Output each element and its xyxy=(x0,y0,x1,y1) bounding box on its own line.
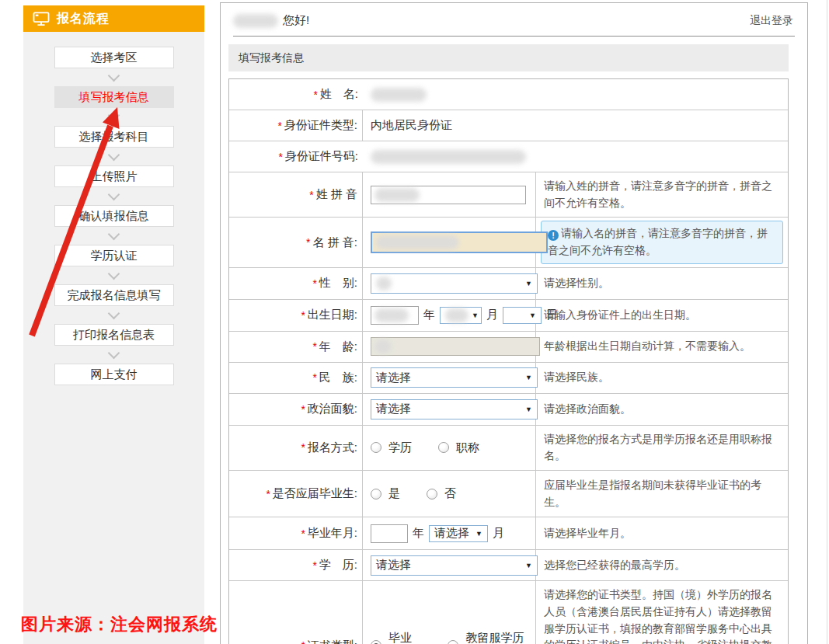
greeting-text: 您好! xyxy=(283,13,309,28)
chevron-down-icon xyxy=(110,108,118,126)
greeting: 您好! xyxy=(233,13,309,28)
radio-option[interactable]: 学历 xyxy=(371,440,412,455)
select-value: 请选择 xyxy=(376,371,411,385)
select-dropdown[interactable]: 请选择▼ xyxy=(371,555,538,576)
month-unit-label: 月 xyxy=(486,308,498,322)
section-header: 填写报考信息 xyxy=(228,44,789,71)
sidebar-step-2[interactable]: 填写报考信息 xyxy=(54,86,174,108)
info-box: !请输入名的拼音，请注意多音字的拼音，拼音之间不允许有空格。 xyxy=(541,221,783,263)
main-panel: 您好! 退出登录 填写报考信息 *姓 名:*身份证件类型:内地居民身份证*身份证… xyxy=(220,2,808,644)
sidebar-step-1[interactable]: 选择考区 xyxy=(54,47,174,68)
radio-button-icon[interactable] xyxy=(371,442,381,453)
radio-button-icon[interactable] xyxy=(438,442,449,453)
select-value: 请选择 xyxy=(376,558,411,573)
field-label: *毕业年月: xyxy=(229,517,363,549)
radio-option[interactable]: 是 xyxy=(371,486,400,501)
field-label: *民 族: xyxy=(229,363,363,393)
select-dropdown[interactable]: ▼ xyxy=(371,273,538,294)
field-label: *姓 名: xyxy=(229,79,363,110)
sidebar-step-8[interactable]: 打印报名信息表 xyxy=(54,324,174,346)
form-row: *身份证件类型:内地居民身份证 xyxy=(229,110,788,141)
field-hint: 请选择政治面貌。 xyxy=(536,394,788,425)
form-row: *身份证件号码: xyxy=(229,141,788,172)
field-label: *身份证件号码: xyxy=(229,141,363,172)
form-row: *民 族:请选择▼请选择民族。 xyxy=(229,363,788,394)
sidebar-step-4[interactable]: 上传照片 xyxy=(54,165,174,187)
sidebar-steps: 选择考区填写报考信息选择报考科目上传照片确认填报信息学历认证完成报名信息填写打印… xyxy=(23,32,204,385)
field-label: *是否应届毕业生: xyxy=(229,471,363,517)
radio-option[interactable]: 教留服学历认证书 xyxy=(448,631,535,644)
redacted-value xyxy=(374,188,420,202)
field-label: *名 拼 音: xyxy=(229,218,363,266)
select-dropdown[interactable]: 请选择▼ xyxy=(429,525,488,542)
radio-button-icon[interactable] xyxy=(371,489,381,500)
required-mark: * xyxy=(301,309,305,322)
dropdown-arrow-icon: ▼ xyxy=(522,280,532,287)
radio-label: 职称 xyxy=(456,440,479,455)
field-hint: 请输入姓的拼音，请注意多音字的拼音，拼音之间不允许有空格。 xyxy=(536,172,788,217)
required-mark: * xyxy=(313,89,317,101)
field-cell: 请选择▼ xyxy=(363,363,536,393)
form-row: *名 拼 音:!请输入名的拼音，请注意多音字的拼音，拼音之间不允许有空格。 xyxy=(229,218,788,267)
dropdown-arrow-icon: ▼ xyxy=(522,374,532,381)
radio-label: 是 xyxy=(388,486,400,501)
sidebar-step-5[interactable]: 确认填报信息 xyxy=(54,205,174,227)
text-input[interactable] xyxy=(371,524,408,543)
radio-button-icon[interactable] xyxy=(371,640,381,644)
field-cell xyxy=(363,332,536,362)
field-cell: 年▼月▼日 xyxy=(363,300,536,331)
select-dropdown[interactable]: 请选择▼ xyxy=(371,399,538,419)
sidebar-step-7[interactable]: 完成报名信息填写 xyxy=(54,284,174,306)
select-dropdown[interactable]: ▼ xyxy=(440,307,482,324)
field-cell: 请选择▼ xyxy=(363,394,536,425)
field-cell: 是否 xyxy=(363,471,536,517)
logout-link[interactable]: 退出登录 xyxy=(750,14,793,28)
field-hint: 请选择性别。 xyxy=(536,268,788,299)
text-input[interactable] xyxy=(371,231,548,253)
form-row: *是否应届毕业生:是否应届毕业生是指报名期间未获得毕业证书的考生。 xyxy=(229,471,788,517)
chevron-down-icon xyxy=(110,187,118,205)
radio-button-icon[interactable] xyxy=(448,640,458,644)
field-hint: 请选择毕业年月。 xyxy=(536,517,788,549)
sidebar-step-3[interactable]: 选择报考科目 xyxy=(54,126,174,148)
year-unit-label: 年 xyxy=(423,308,435,322)
redacted-username xyxy=(233,14,278,28)
chevron-down-icon xyxy=(110,227,118,245)
required-mark: * xyxy=(312,559,316,572)
field-label: *身份证件类型: xyxy=(229,110,363,141)
text-input[interactable] xyxy=(371,337,540,356)
form-row: *政治面貌:请选择▼请选择政治面貌。 xyxy=(229,394,788,426)
form-row: *报名方式:学历职称请选择您的报名方式是用学历报名还是用职称报名。 xyxy=(229,426,788,471)
field-hint: 请选择您的证书类型。持国（境）外学历的报名人员（含港澳台居民居住证持有人）请选择… xyxy=(536,581,788,644)
field-label: *性 别: xyxy=(229,268,363,299)
field-hint: 应届毕业生是指报名期间未获得毕业证书的考生。 xyxy=(536,471,788,517)
required-mark: * xyxy=(277,120,281,132)
sidebar-title: 报名流程 xyxy=(57,11,110,27)
radio-option[interactable]: 毕业证书 xyxy=(371,631,421,644)
required-mark: * xyxy=(306,236,310,249)
field-hint xyxy=(536,79,788,110)
text-input[interactable] xyxy=(371,186,526,204)
required-mark: * xyxy=(312,371,316,384)
sidebar-step-9[interactable]: 网上支付 xyxy=(54,364,174,385)
text-input[interactable] xyxy=(371,306,419,325)
radio-button-icon[interactable] xyxy=(427,489,437,500)
dropdown-arrow-icon: ▼ xyxy=(472,530,482,538)
select-dropdown[interactable]: 请选择▼ xyxy=(371,367,538,388)
redacted-value xyxy=(374,339,392,353)
sidebar-step-6[interactable]: 学历认证 xyxy=(54,245,174,266)
field-hint: 请选择民族。 xyxy=(536,363,788,393)
field-value: 内地居民身份证 xyxy=(371,118,452,133)
field-hint: 请选择您的报名方式是用学历报名还是用职称报名。 xyxy=(536,426,788,470)
radio-group: 学历职称 xyxy=(371,440,479,455)
month-unit-label: 月 xyxy=(493,526,504,541)
radio-option[interactable]: 职称 xyxy=(438,440,479,455)
required-mark: * xyxy=(309,189,313,201)
form-row: *出生日期:年▼月▼日请输入身份证件上的出生日期。 xyxy=(229,300,788,332)
required-mark: * xyxy=(301,639,305,644)
field-cell xyxy=(363,141,536,172)
radio-option[interactable]: 否 xyxy=(427,486,456,501)
chevron-down-icon xyxy=(110,148,118,165)
field-label: *姓 拼 音 xyxy=(229,172,363,217)
radio-label: 学历 xyxy=(388,440,412,455)
